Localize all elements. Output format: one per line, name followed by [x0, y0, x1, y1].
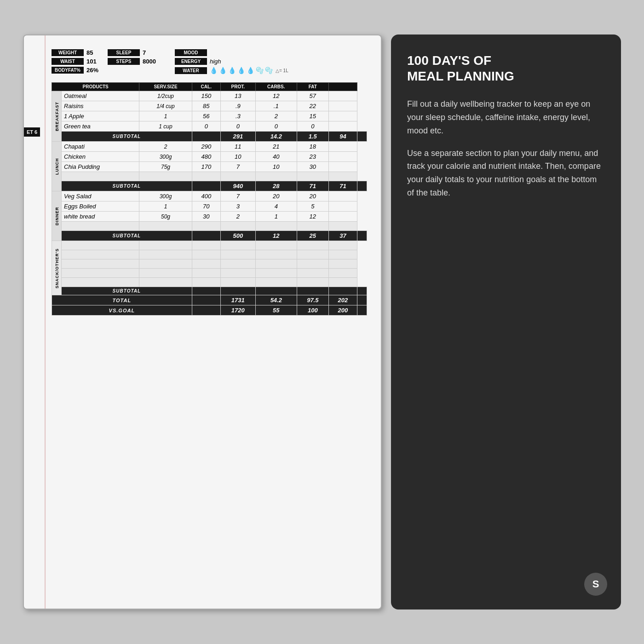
dinner-item2-fat: 5 [297, 201, 328, 212]
lunch-item2-serv: 300g [139, 152, 192, 162]
lunch-item3-fat: 30 [297, 162, 328, 172]
info-panel: 100 DAY'S OFMEAL PLANNING Fill out a dai… [391, 34, 621, 610]
lunch-item2-prot: 10 [220, 152, 255, 162]
sleep-label: SLEEP [108, 49, 140, 56]
snack-subtotal-fat [328, 287, 357, 295]
vsgoal-label: VS.GOAL [52, 305, 192, 316]
dinner-subtotal-row: SUBTOTAL 500 12 25 37 [52, 231, 367, 241]
waist-label: WAIST [52, 58, 84, 65]
breakfast-item2-product: Raisins [62, 101, 139, 111]
bodyfat-value: 26% [86, 67, 105, 74]
vsgoal-cal: 1720 [220, 305, 255, 316]
lunch-subtotal-fat: 71 [328, 181, 357, 191]
dinner-subtotal-cal: 500 [220, 231, 255, 241]
breakfast-subtotal-row: SUBTOTAL 291 14.2 1.5 94 [52, 132, 367, 142]
lunch-subtotal-label: SUBTOTAL [62, 181, 192, 191]
drop4: 💧 [237, 67, 245, 74]
breakfast-item2-fat: 22 [297, 101, 328, 111]
total-fat: 202 [328, 295, 357, 305]
table-row: Chia Pudding 75g 170 7 10 30 [52, 162, 367, 172]
breakfast-item3-serv: 1 [139, 111, 192, 121]
water-row: WATER 💧 💧 💧 💧 💧 🫧 🫧 △= 1L [175, 67, 288, 74]
breakfast-item2-carbs: .1 [255, 101, 297, 111]
lunch-label: LUNCH [52, 142, 62, 191]
col-products: PRODUCTS [52, 83, 139, 91]
bodyfat-row: BODYFAT% 26% [52, 67, 161, 74]
breakfast-item3-cal: 56 [192, 111, 220, 121]
dinner-item3-product: white bread [62, 212, 139, 222]
snack-subtotal-prot [255, 287, 297, 295]
energy-value: high [210, 58, 221, 65]
snack-label: SNACK/OTHER'S [52, 241, 62, 295]
table-row [52, 278, 367, 287]
mood-energy-block: MOOD ENERGY high WATER 💧 💧 💧 💧 💧 🫧 [175, 49, 288, 74]
energy-label: ENERGY [175, 58, 207, 65]
brand-logo: S [584, 573, 607, 596]
drop5: 💧 [247, 67, 254, 74]
breakfast-item4-fat: 0 [297, 121, 328, 132]
et-badge: ET 6 [24, 127, 40, 137]
dinner-subtotal-carbs: 25 [297, 231, 328, 241]
lunch-item2-cal: 480 [192, 152, 220, 162]
breakfast-item1-serv: 1/2cup [139, 91, 192, 101]
breakfast-subtotal-prot: 14.2 [255, 132, 297, 142]
breakfast-label: BREAKFAST [52, 91, 62, 142]
energy-row: ENERGY high [175, 58, 288, 65]
mood-row: MOOD [175, 49, 288, 56]
breakfast-subtotal-carbs: 1.5 [297, 132, 328, 142]
water-label: WATER [175, 67, 207, 74]
info-paragraph2: Use a separate section to plan your dail… [407, 147, 605, 200]
drop-empty2: 🫧 [265, 67, 273, 74]
main-container: WEIGHT 85 SLEEP 7 WAIST 101 STEPS 8000 B… [23, 34, 621, 610]
steps-label: STEPS [108, 58, 140, 65]
dinner-item2-cal: 70 [192, 201, 220, 212]
breakfast-item2-serv: 1/4 cup [139, 101, 192, 111]
lunch-item1-carbs: 21 [255, 142, 297, 152]
dinner-item3-prot: 2 [220, 212, 255, 222]
weight-row: WEIGHT 85 SLEEP 7 [52, 49, 161, 56]
breakfast-subtotal-fat: 94 [328, 132, 357, 142]
breakfast-item2-prot: .9 [220, 101, 255, 111]
weight-value: 85 [86, 49, 105, 56]
lunch-item1-serv: 2 [139, 142, 192, 152]
dinner-item3-serv: 50g [139, 212, 192, 222]
lunch-subtotal-row: SUBTOTAL 940 28 71 71 [52, 181, 367, 191]
drop3: 💧 [228, 67, 236, 74]
breakfast-item2-cal: 85 [192, 101, 220, 111]
drop1: 💧 [210, 67, 218, 74]
total-carbs: 97.5 [297, 295, 328, 305]
waist-value: 101 [86, 58, 105, 65]
lunch-item1-fat: 18 [297, 142, 328, 152]
lunch-item3-cal: 170 [192, 162, 220, 172]
lunch-subtotal-carbs: 71 [297, 181, 328, 191]
table-row [52, 250, 367, 259]
lunch-item1-prot: 11 [220, 142, 255, 152]
table-row: Green tea 1 cup 0 0 0 0 [52, 121, 367, 132]
breakfast-item3-fat: 15 [297, 111, 328, 121]
dinner-item2-carbs: 4 [255, 201, 297, 212]
food-table: PRODUCTS SERV.SIZE CAL. PROT. CARBS. FAT… [52, 82, 367, 316]
water-drops: 💧 💧 💧 💧 💧 🫧 🫧 △= 1L [210, 67, 288, 74]
dinner-item2-serv: 1 [139, 201, 192, 212]
sleep-value: 7 [143, 49, 161, 56]
drop2: 💧 [219, 67, 227, 74]
breakfast-item4-cal: 0 [192, 121, 220, 132]
total-prot: 54.2 [255, 295, 297, 305]
table-row [52, 269, 367, 278]
dinner-subtotal-prot: 12 [255, 231, 297, 241]
lunch-item3-prot: 7 [220, 162, 255, 172]
col-prot: PROT. [220, 83, 255, 91]
snack-subtotal-label: SUBTOTAL [62, 287, 192, 295]
table-row: Chicken 300g 480 10 40 23 [52, 152, 367, 162]
breakfast-item3-prot: .3 [220, 111, 255, 121]
table-row: DINNER Veg Salad 300g 400 7 20 20 [52, 191, 367, 201]
breakfast-subtotal-cal: 291 [220, 132, 255, 142]
col-serv: SERV.SIZE [139, 83, 192, 91]
vsgoal-fat: 200 [328, 305, 357, 316]
left-stats: WEIGHT 85 SLEEP 7 WAIST 101 STEPS 8000 B… [52, 49, 161, 74]
dinner-subtotal-fat: 37 [328, 231, 357, 241]
table-row: BREAKFAST Oatmeal 1/2cup 150 13 12 57 [52, 91, 367, 101]
col-cal: CAL. [192, 83, 220, 91]
notebook-panel: WEIGHT 85 SLEEP 7 WAIST 101 STEPS 8000 B… [23, 34, 382, 610]
lunch-item1-cal: 290 [192, 142, 220, 152]
